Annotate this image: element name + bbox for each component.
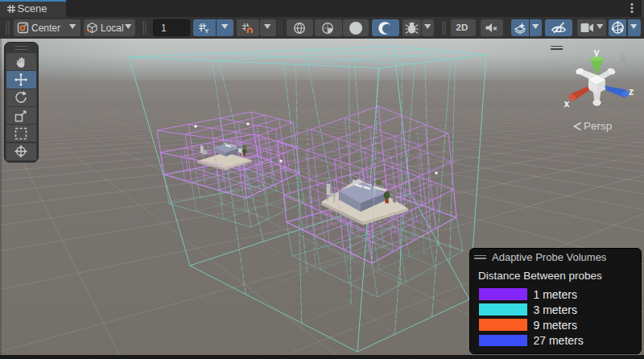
svg-text:x: x xyxy=(564,98,570,109)
svg-text:y: y xyxy=(594,47,600,58)
svg-text:Y: Y xyxy=(204,27,209,34)
svg-text:z: z xyxy=(629,86,634,97)
